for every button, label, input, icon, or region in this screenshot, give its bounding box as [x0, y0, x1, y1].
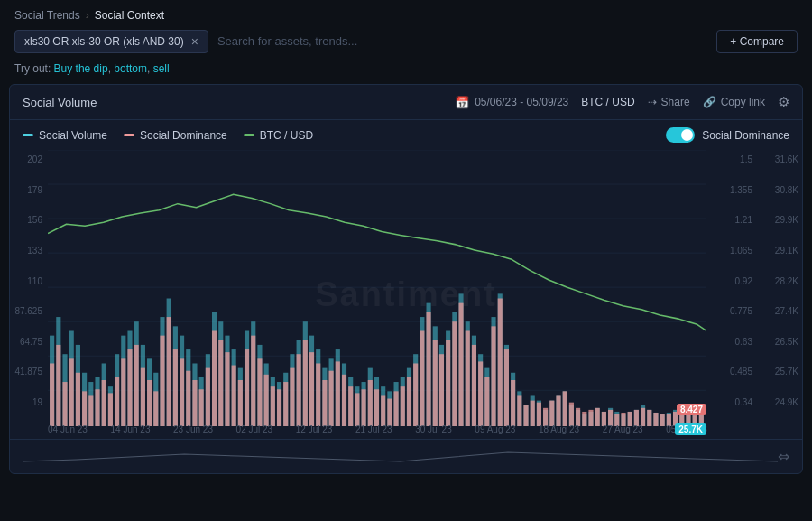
svg-rect-137 [225, 352, 229, 426]
svg-rect-174 [466, 330, 470, 426]
svg-rect-140 [245, 349, 249, 426]
social-dominance-toggle[interactable] [666, 127, 695, 143]
svg-rect-147 [290, 368, 294, 427]
copylink-label: Copy link [721, 96, 765, 108]
y-axis-right2: 31.6K 30.8K 29.9K 29.1K 28.2K 27.4K 26.5… [759, 150, 802, 412]
pair-badge: BTC / USD [581, 96, 634, 108]
svg-rect-142 [257, 358, 262, 426]
y-axis-right1: 1.5 1.355 1.21 1.065 0.92 0.775 0.63 0.4… [718, 150, 752, 412]
svg-rect-176 [478, 361, 483, 426]
svg-rect-169 [433, 340, 438, 427]
svg-rect-136 [218, 340, 223, 427]
svg-rect-129 [173, 349, 178, 426]
svg-rect-134 [206, 368, 210, 427]
breadcrumb-parent[interactable]: Social Trends [14, 9, 80, 22]
share-icon: ⇢ [648, 96, 657, 108]
legend-social-volume: Social Volume [23, 129, 107, 142]
legend-dot-social-volume [23, 134, 33, 136]
query-text: xls30 OR xls-30 OR (xls AND 30) [24, 35, 184, 48]
svg-rect-168 [426, 312, 430, 426]
svg-rect-150 [309, 352, 314, 426]
svg-rect-121 [121, 358, 125, 426]
tryout-link-sell[interactable]: sell [153, 62, 170, 75]
svg-rect-123 [134, 345, 139, 426]
toggle-label: Social Dominance [702, 129, 789, 142]
svg-rect-141 [251, 336, 255, 427]
compare-button[interactable]: + Compare [716, 30, 798, 53]
search-input[interactable] [217, 29, 707, 53]
svg-rect-148 [297, 354, 301, 426]
svg-rect-180 [504, 349, 509, 426]
svg-rect-167 [420, 330, 424, 426]
mini-chart-row: ⇔ [10, 439, 802, 473]
x-axis: 04 Jun 23 14 Jun 23 23 Jun 23 02 Jul 23 … [48, 419, 707, 439]
svg-rect-175 [472, 345, 476, 426]
calendar-icon: 📅 [455, 96, 469, 109]
chart-area: Santiment 202 179 156 133 110 87.625 64.… [10, 150, 802, 439]
svg-rect-149 [303, 340, 308, 427]
tryout-row: Try out: Buy the dip, bottom, sell [0, 60, 812, 84]
value-badge-green: 25.7K [675, 423, 706, 435]
header-controls: 📅 05/06/23 - 05/09/23 BTC / USD ⇢ Share … [455, 94, 789, 110]
legend-label-btc-usd: BTC / USD [260, 129, 313, 142]
svg-rect-179 [498, 299, 503, 427]
svg-rect-111 [56, 345, 60, 426]
close-query-icon[interactable]: × [191, 35, 198, 48]
search-row: xls30 OR xls-30 OR (xls AND 30) × + Comp… [0, 29, 812, 60]
tryout-label: Try out: [14, 62, 51, 75]
svg-rect-173 [458, 303, 463, 427]
range-handle-icon[interactable]: ⇔ [778, 448, 789, 465]
legend-label-social-volume: Social Volume [39, 129, 107, 142]
link-icon: 🔗 [703, 96, 716, 108]
legend-right: Social Dominance [666, 127, 789, 143]
legend-label-social-dominance: Social Dominance [140, 129, 227, 142]
date-range[interactable]: 📅 05/06/23 - 05/09/23 [455, 96, 568, 109]
legend-dot-btc-usd [244, 134, 254, 136]
copylink-button[interactable]: 🔗 Copy link [703, 96, 765, 108]
mini-chart-svg [23, 443, 778, 470]
svg-rect-171 [446, 340, 450, 427]
breadcrumb-separator: › [86, 9, 89, 22]
tryout-link-bottom[interactable]: bottom [114, 62, 147, 75]
svg-rect-124 [141, 368, 145, 427]
share-button[interactable]: ⇢ Share [648, 96, 690, 108]
svg-rect-135 [212, 330, 217, 426]
query-tag[interactable]: xls30 OR xls-30 OR (xls AND 30) × [14, 30, 208, 53]
svg-rect-138 [232, 366, 236, 427]
legend-row: Social Volume Social Dominance BTC / USD… [10, 120, 802, 150]
svg-rect-170 [439, 354, 444, 426]
svg-rect-178 [491, 326, 495, 426]
legend-social-dominance: Social Dominance [124, 129, 227, 142]
svg-rect-172 [452, 321, 457, 426]
svg-rect-130 [180, 358, 184, 426]
main-chart-svg [48, 150, 706, 426]
legend-dot-social-dominance [124, 134, 134, 136]
date-range-text: 05/06/23 - 05/09/23 [475, 96, 568, 108]
svg-rect-166 [413, 363, 418, 426]
value-badge-salmon: 8.427 [677, 404, 706, 415]
svg-rect-110 [50, 363, 54, 426]
svg-rect-113 [69, 358, 74, 426]
svg-rect-151 [316, 363, 320, 426]
svg-rect-127 [160, 336, 164, 427]
chart-header: Social Volume 📅 05/06/23 - 05/09/23 BTC … [10, 85, 802, 120]
svg-rect-122 [127, 349, 132, 426]
share-label: Share [661, 96, 690, 108]
tryout-link-buy-dip[interactable]: Buy the dip [54, 62, 108, 75]
breadcrumb-current: Social Context [95, 9, 164, 22]
breadcrumb: Social Trends › Social Context [0, 0, 812, 29]
chart-title: Social Volume [23, 96, 444, 109]
y-axis-left: 202 179 156 133 110 87.625 64.75 41.875 … [10, 150, 46, 412]
chart-panel: Social Volume 📅 05/06/23 - 05/09/23 BTC … [9, 84, 803, 474]
legend-btc-usd: BTC / USD [244, 129, 313, 142]
settings-button[interactable]: ⚙ [778, 94, 789, 110]
svg-rect-128 [167, 317, 171, 426]
svg-rect-154 [336, 361, 340, 426]
